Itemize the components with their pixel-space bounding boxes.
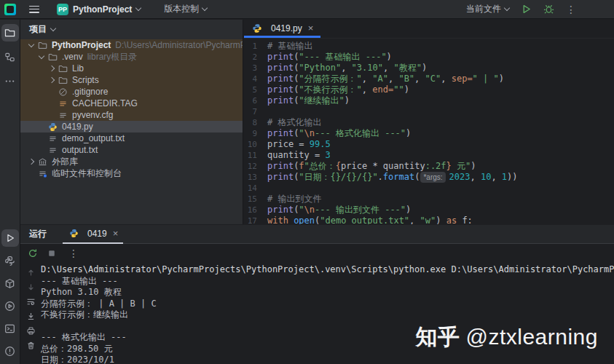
code-line-1[interactable]: 1# 基础输出 <box>244 41 614 52</box>
terminal-tool-button[interactable] <box>1 320 19 337</box>
services-tool-button[interactable] <box>1 297 19 314</box>
tree-item--gitignore[interactable]: .gitignore <box>20 86 243 98</box>
run-tab-label: 0419 <box>87 229 107 239</box>
tree-item-pythonproject[interactable]: PythonProjectD:\Users\Administrator\Pych… <box>20 39 243 51</box>
code-line-3[interactable]: 3print("Python", "3.10", "教程") <box>244 63 614 74</box>
debug-button[interactable] <box>543 4 554 15</box>
tree-item-output-txt[interactable]: output.txt <box>20 144 243 156</box>
code-token: , <box>362 84 372 95</box>
soft-wrap-icon[interactable] <box>26 297 36 306</box>
line-number: 9 <box>244 128 267 139</box>
code-line-9[interactable]: 9print("\n--- 格式化输出 ---") <box>244 128 614 139</box>
code-line-6[interactable]: 6print("继续输出") <box>244 95 614 106</box>
chevron-down-icon[interactable] <box>26 44 36 47</box>
print-icon[interactable] <box>26 326 36 336</box>
code-line-12[interactable]: 12print(f"总价：{price * quantity:.2f} 元") <box>244 161 614 172</box>
project-tree: PythonProjectD:\Users\Administrator\Pych… <box>20 39 243 179</box>
code-token: ) <box>499 74 504 84</box>
project-tool-button[interactable] <box>1 24 19 41</box>
code-token: " <box>357 74 362 84</box>
code-token: ) <box>422 63 427 74</box>
tree-item-cachedir-tag[interactable]: CACHEDIR.TAG <box>20 98 243 109</box>
code-token: "分隔符示例： <box>299 74 356 84</box>
more-tool-windows-icon[interactable] <box>1 72 19 90</box>
code-editor[interactable]: 1# 基础输出2print("--- 基础输出 ---")3print("Pyt… <box>244 39 614 224</box>
up-stacktrace-icon[interactable] <box>26 268 36 277</box>
code-token: , <box>491 172 501 183</box>
down-stacktrace-icon[interactable] <box>26 282 36 292</box>
run-button[interactable] <box>521 4 532 15</box>
line-number: 1 <box>244 41 267 52</box>
code-token: sep= <box>452 74 473 84</box>
code-line-5[interactable]: 5print("不换行示例：", end="") <box>244 84 614 95</box>
chevron-right-icon[interactable] <box>47 78 57 82</box>
code-line-16[interactable]: 16print("\n--- 输出到文件 ---") <box>244 205 614 215</box>
console-output-line: Python 3.10 教程 <box>41 287 614 298</box>
tree-item--venv[interactable]: .venvlibrary根目录 <box>20 51 243 63</box>
editor-tab-0419[interactable]: 0419.py × <box>244 20 320 38</box>
tree-item-scripts[interactable]: Scripts <box>20 74 243 86</box>
code-token: "总价： <box>304 161 336 172</box>
code-token: "教程" <box>393 63 421 74</box>
code-token: ( <box>294 74 299 84</box>
python-console-button[interactable] <box>1 252 19 269</box>
structure-tool-button[interactable] <box>1 48 19 66</box>
folder-icon <box>47 52 58 62</box>
line-number: 11 <box>244 150 267 161</box>
scroll-to-end-icon[interactable] <box>26 312 36 321</box>
console-command-line: D:\Users\Administrator\PycharmProjects\P… <box>41 264 614 276</box>
code-line-4[interactable]: 4print("分隔符示例：", "A", "B", "C", sep=" | … <box>244 74 614 84</box>
tree-item-0419-py[interactable]: 0419.py <box>20 121 243 132</box>
chevron-right-icon[interactable] <box>47 66 57 71</box>
tree-item-label: CACHEDIR.TAG <box>72 98 138 108</box>
run-tab-0419[interactable]: 0419 × <box>63 225 123 244</box>
code-line-14[interactable]: 14 <box>244 183 614 194</box>
tree-item-pyvenv-cfg[interactable]: pyvenv.cfg <box>20 109 243 121</box>
clear-console-icon[interactable] <box>26 341 36 350</box>
code-token: = <box>299 139 309 150</box>
code-line-17[interactable]: 17with open("demo_output.txt", "w") as f… <box>244 215 614 224</box>
line-number: 2 <box>244 52 267 63</box>
pycharm-window: PP PythonProject 版本控制 当前文件 ⋮ <box>0 0 614 364</box>
code-line-7[interactable]: 7 <box>244 106 614 117</box>
run-config-selector[interactable]: 当前文件 <box>466 3 509 15</box>
close-icon[interactable]: × <box>113 230 119 237</box>
tree-item--[interactable]: 临时文件和控制台 <box>20 167 243 179</box>
close-icon[interactable]: × <box>308 25 314 32</box>
tree-item-label: output.txt <box>62 145 98 155</box>
more-actions-icon[interactable]: ⋮ <box>566 6 576 13</box>
project-widget[interactable]: PP PythonProject <box>57 4 141 15</box>
code-token: "3.10" <box>352 63 383 74</box>
tree-item-demo-output-txt[interactable]: demo_output.txt <box>20 132 243 144</box>
code-line-8[interactable]: 8# 格式化输出 <box>244 117 614 128</box>
gitignore-icon <box>57 87 68 97</box>
code-token: "C" <box>425 74 441 84</box>
stop-button[interactable] <box>47 249 56 258</box>
line-number: 17 <box>244 215 267 224</box>
code-token: , <box>414 74 425 84</box>
activity-bar <box>0 20 20 364</box>
chevron-right-icon[interactable] <box>26 159 36 164</box>
main-toolbar: PP PythonProject 版本控制 当前文件 ⋮ <box>0 0 614 19</box>
project-name: PythonProject <box>73 4 132 15</box>
scratch-icon <box>36 168 48 178</box>
problems-tool-button[interactable] <box>1 342 19 360</box>
chevron-down-icon[interactable] <box>36 56 47 58</box>
run-tool-button[interactable] <box>1 229 19 247</box>
code-token: "B" <box>398 74 414 84</box>
code-line-11[interactable]: 11quantity = 3 <box>244 150 614 161</box>
project-panel-header[interactable]: 项目 <box>20 20 243 39</box>
code-line-10[interactable]: 10price = 99.5 <box>244 139 614 150</box>
code-line-13[interactable]: 13print("日期：{}/{}/{}".format(*args:2023,… <box>244 172 614 183</box>
more-options-icon[interactable]: ⋮ <box>68 250 79 257</box>
line-number: 3 <box>244 63 267 74</box>
vcs-widget[interactable]: 版本控制 <box>164 3 207 15</box>
tree-item--[interactable]: 外部库 <box>20 156 243 167</box>
python-packages-button[interactable] <box>1 274 19 292</box>
code-token: 1 <box>502 172 507 183</box>
code-line-2[interactable]: 2print("--- 基础输出 ---") <box>244 52 614 63</box>
rerun-button[interactable] <box>28 248 38 258</box>
tree-item-lib[interactable]: Lib <box>20 63 243 74</box>
main-menu-icon[interactable] <box>29 6 39 13</box>
code-line-15[interactable]: 15# 输出到文件 <box>244 194 614 205</box>
